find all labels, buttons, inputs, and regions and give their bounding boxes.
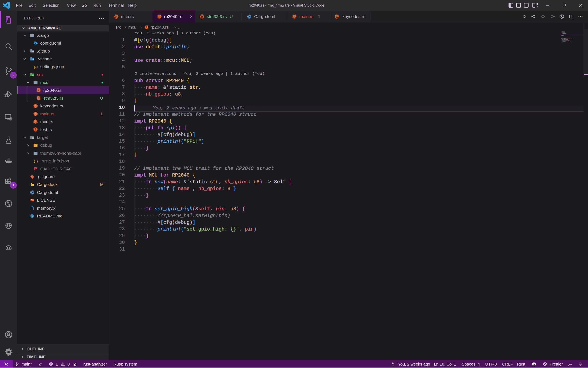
svg-text:R: R [35,104,37,108]
svg-text:R: R [38,89,40,92]
svg-text:R: R [115,15,117,18]
svg-text:R: R [35,120,37,123]
svg-text:</>: </> [31,74,34,76]
svg-text:R: R [201,15,203,18]
svg-text:R: R [38,97,40,100]
svg-text:{..}: {..} [34,159,38,163]
svg-text:R: R [35,128,37,131]
svg-text:R: R [158,15,161,18]
svg-text:R: R [145,26,148,29]
svg-text:R: R [293,15,296,18]
svg-text:R: R [336,15,338,18]
svg-text:R: R [35,112,37,115]
svg-text:{..}: {..} [34,65,38,69]
